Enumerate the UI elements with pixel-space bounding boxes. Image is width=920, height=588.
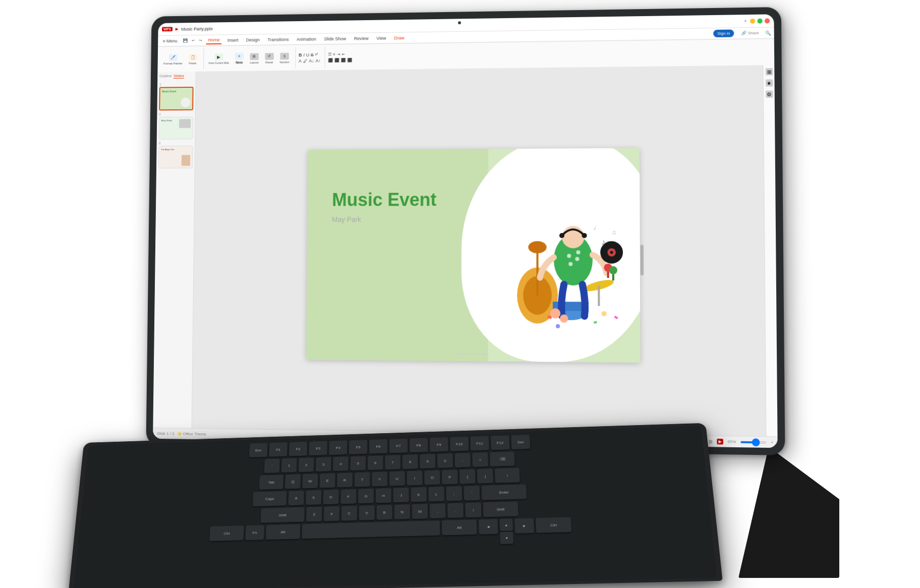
- key-f2[interactable]: F2: [289, 442, 308, 456]
- key-w[interactable]: W: [302, 474, 318, 488]
- key-m[interactable]: M: [412, 504, 428, 519]
- format-painter-btn[interactable]: 🖌️ Format Painter: [161, 53, 185, 66]
- key-b[interactable]: B: [377, 505, 392, 520]
- sidebar-layers-icon[interactable]: ⊞: [765, 68, 773, 75]
- sign-in-button[interactable]: Sign in: [713, 29, 734, 37]
- underline-btn[interactable]: U: [306, 52, 309, 57]
- maximize-btn[interactable]: [757, 18, 762, 23]
- key-shift-r[interactable]: Shift: [483, 501, 519, 517]
- key-h[interactable]: H: [376, 488, 391, 503]
- bold-btn[interactable]: B: [299, 52, 302, 57]
- key-equals[interactable]: =: [472, 452, 488, 467]
- key-minus[interactable]: -: [454, 453, 471, 467]
- key-caps[interactable]: Caps: [253, 491, 287, 506]
- key-n[interactable]: N: [394, 504, 410, 519]
- key-y[interactable]: Y: [372, 472, 387, 486]
- decrease-indent-btn[interactable]: ⇤: [341, 52, 345, 56]
- key-q[interactable]: Q: [285, 474, 301, 489]
- key-k[interactable]: K: [411, 487, 426, 502]
- key-f10[interactable]: F10: [450, 437, 469, 451]
- minimize-btn[interactable]: [750, 18, 755, 23]
- key-comma[interactable]: ,: [430, 503, 446, 518]
- key-period[interactable]: .: [447, 503, 464, 518]
- slide-thumb-3[interactable]: 3 The Magic Tree: [158, 141, 193, 168]
- zoom-slider[interactable]: [740, 441, 767, 443]
- layout-btn[interactable]: ⊞ Layout: [248, 52, 261, 65]
- key-f7[interactable]: F7: [389, 439, 408, 453]
- key-f3[interactable]: F3: [309, 441, 327, 456]
- add-tab-btn[interactable]: +: [744, 18, 747, 24]
- key-s[interactable]: S: [306, 490, 321, 505]
- key-bracket-l[interactable]: [: [459, 469, 476, 484]
- key-arr-u[interactable]: ▲: [499, 518, 513, 531]
- zoom-in-btn[interactable]: +: [771, 440, 773, 444]
- key-arr-r[interactable]: ►: [514, 518, 534, 533]
- key-9[interactable]: 9: [420, 454, 435, 468]
- key-7[interactable]: 7: [385, 455, 400, 469]
- key-u[interactable]: U: [389, 471, 405, 486]
- key-c[interactable]: C: [341, 506, 357, 521]
- key-x[interactable]: X: [324, 506, 339, 521]
- key-backslash[interactable]: \: [495, 468, 520, 483]
- paste-btn[interactable]: 📋 Paste: [186, 52, 200, 66]
- key-quote[interactable]: ': [464, 486, 480, 501]
- align-center-btn[interactable]: ⬛: [334, 58, 339, 63]
- menu-hamburger[interactable]: ≡ Menu: [161, 37, 180, 44]
- align-left-btn[interactable]: ⬛: [328, 58, 333, 63]
- key-ctrl-r[interactable]: Ctrl: [536, 517, 572, 533]
- key-5[interactable]: 5: [350, 456, 366, 471]
- justify-btn[interactable]: ⬛: [347, 58, 352, 63]
- strikethrough-btn[interactable]: S: [311, 52, 314, 57]
- key-tab[interactable]: Tab: [259, 475, 283, 490]
- slide-main-title[interactable]: Music Event: [332, 189, 436, 210]
- key-backtick[interactable]: `: [264, 458, 280, 473]
- ribbon-tab-draw[interactable]: Draw: [392, 34, 407, 41]
- new-slide-btn[interactable]: + New: [233, 52, 246, 66]
- key-f8[interactable]: F8: [410, 438, 428, 452]
- key-f12[interactable]: F12: [491, 435, 510, 450]
- ribbon-tab-animation[interactable]: Animation: [295, 35, 318, 42]
- key-t[interactable]: T: [355, 472, 370, 487]
- share-btn[interactable]: 🔗 Share: [741, 31, 759, 36]
- sidebar-star-icon[interactable]: ★: [765, 79, 773, 86]
- ribbon-tab-insert[interactable]: Insert: [225, 36, 240, 43]
- key-enter[interactable]: Enter: [482, 484, 527, 500]
- play-btn[interactable]: ▶: [717, 439, 724, 445]
- section-btn[interactable]: § Section: [277, 51, 291, 65]
- key-6[interactable]: 6: [368, 455, 383, 470]
- key-ctrl-l[interactable]: Ctrl: [209, 525, 244, 541]
- ribbon-tab-review[interactable]: Review: [352, 35, 371, 42]
- key-shift-l[interactable]: Shift: [261, 507, 305, 523]
- ribbon-tab-transitions[interactable]: Transitions: [265, 36, 291, 43]
- close-btn[interactable]: [765, 18, 770, 23]
- key-i[interactable]: I: [407, 471, 423, 485]
- outline-tab[interactable]: Outline: [159, 74, 171, 79]
- key-f9[interactable]: F9: [430, 437, 448, 452]
- key-f4[interactable]: F4: [329, 440, 347, 455]
- key-esc[interactable]: Esc: [249, 443, 268, 457]
- key-o[interactable]: O: [424, 470, 440, 485]
- key-a[interactable]: A: [288, 491, 304, 505]
- font-size-down-btn[interactable]: A↓: [309, 58, 314, 63]
- key-fn[interactable]: Fn: [245, 525, 264, 540]
- increase-indent-btn[interactable]: ⇥: [337, 52, 340, 56]
- key-3[interactable]: 3: [316, 457, 331, 472]
- key-8[interactable]: 8: [402, 454, 418, 469]
- key-arr-d[interactable]: ▼: [500, 532, 513, 544]
- slide-thumb-1[interactable]: 1 Music Event: [159, 82, 193, 110]
- key-z[interactable]: Z: [306, 507, 322, 522]
- key-bracket-r[interactable]: ]: [477, 468, 493, 483]
- key-del[interactable]: Del: [511, 435, 530, 449]
- key-1[interactable]: 1: [281, 458, 297, 473]
- undo-icon[interactable]: ↩: [192, 38, 195, 43]
- highlight-btn[interactable]: 🖊: [303, 58, 308, 63]
- slides-tab[interactable]: Slides: [174, 74, 184, 79]
- canvas-area[interactable]: Music Event May Park: [192, 65, 766, 448]
- font-size-up-btn[interactable]: A↑: [316, 58, 321, 63]
- slide-thumb-2[interactable]: 2 Music Detail: [159, 112, 193, 139]
- key-arr-l[interactable]: ◄: [479, 519, 498, 534]
- add-notes-placeholder[interactable]: Click to add notes: [455, 351, 488, 357]
- italic-btn[interactable]: I: [303, 52, 305, 57]
- save-icon[interactable]: 💾: [183, 38, 188, 43]
- key-f11[interactable]: F11: [470, 436, 489, 451]
